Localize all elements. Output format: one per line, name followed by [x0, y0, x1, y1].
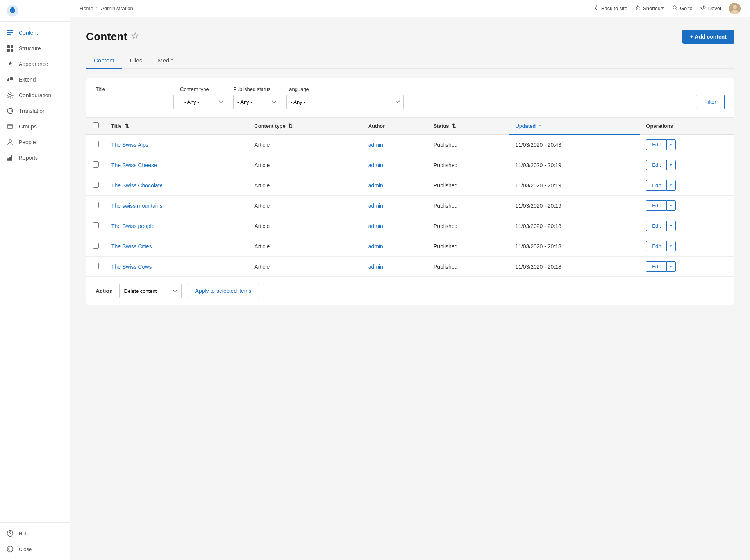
add-content-button[interactable]: + Add content: [682, 30, 734, 44]
row-edit-dropdown-3[interactable]: ▾: [666, 180, 676, 191]
author-column-header[interactable]: Author: [362, 118, 427, 135]
sidebar-item-structure[interactable]: Structure: [0, 41, 70, 56]
sidebar-item-content[interactable]: Content: [0, 25, 70, 41]
sidebar-item-help[interactable]: Help: [0, 526, 70, 541]
goto-action[interactable]: Go to: [672, 5, 693, 12]
tab-media[interactable]: Media: [150, 53, 182, 69]
row-edit-dropdown-4[interactable]: ▾: [666, 200, 676, 211]
filters: Title Content type - Any - Article Basic…: [86, 78, 734, 118]
row-checkbox-6[interactable]: [93, 243, 99, 249]
title-filter-input[interactable]: [96, 95, 174, 109]
row-title-link-4[interactable]: The swiss mountains: [111, 203, 162, 209]
row-title-link-7[interactable]: The Swiss Cows: [111, 264, 152, 270]
filter-group-content-type: Content type - Any - Article Basic page: [180, 86, 227, 109]
sidebar-item-label-groups: Groups: [19, 123, 37, 130]
row-author-link-7[interactable]: admin: [368, 264, 383, 270]
row-edit-button-3[interactable]: Edit: [646, 180, 666, 191]
title-column-header[interactable]: Title ⇅: [105, 118, 248, 135]
tabs: Content Files Media: [86, 53, 734, 69]
row-title-link-5[interactable]: The Swiss people: [111, 223, 155, 229]
configuration-icon: [6, 91, 14, 99]
row-edit-button-5[interactable]: Edit: [646, 221, 666, 231]
row-checkbox-cell-1: [86, 135, 105, 155]
row-title-link-1[interactable]: The Swiss Alps: [111, 142, 148, 148]
close-icon: [6, 545, 14, 553]
sidebar-item-extend[interactable]: Extend: [0, 72, 70, 87]
language-filter-select[interactable]: - Any - English French: [286, 95, 404, 109]
sidebar-item-label-close: Close: [19, 546, 32, 552]
action-bar: Action Delete content Publish content Un…: [86, 277, 734, 305]
row-status-4: Published: [427, 196, 509, 216]
row-checkbox-2[interactable]: [93, 161, 99, 168]
row-title-link-2[interactable]: The Swiss Cheese: [111, 162, 157, 168]
row-checkbox-5[interactable]: [93, 222, 99, 228]
shortcuts-action[interactable]: Shortcuts: [635, 5, 664, 12]
row-checkbox-1[interactable]: [93, 141, 99, 147]
row-edit-dropdown-7[interactable]: ▾: [666, 261, 676, 272]
updated-column-header[interactable]: Updated ↑: [509, 118, 640, 135]
row-content-type-5: Article: [248, 216, 362, 236]
sidebar-item-appearance[interactable]: Appearance: [0, 56, 70, 72]
select-all-checkbox[interactable]: [93, 122, 99, 128]
row-checkbox-3[interactable]: [93, 182, 99, 188]
svg-rect-11: [10, 77, 13, 80]
status-sort-icon: ⇅: [452, 123, 456, 129]
status-column-header[interactable]: Status ⇅: [427, 118, 509, 135]
row-title-6: The Swiss Cities: [105, 236, 248, 257]
row-edit-dropdown-2[interactable]: ▾: [666, 160, 676, 170]
devel-action[interactable]: Devel: [700, 5, 721, 12]
sidebar-item-people[interactable]: People: [0, 134, 70, 150]
tab-content[interactable]: Content: [86, 53, 122, 69]
row-author-link-3[interactable]: admin: [368, 182, 383, 189]
action-select[interactable]: Delete content Publish content Unpublish…: [119, 284, 182, 298]
filter-button[interactable]: Filter: [696, 95, 725, 109]
row-checkbox-7[interactable]: [93, 263, 99, 269]
row-edit-button-1[interactable]: Edit: [646, 139, 666, 150]
row-updated-5: 11/03/2020 - 20:18: [509, 216, 640, 236]
row-checkbox-4[interactable]: [93, 202, 99, 208]
row-title-link-3[interactable]: The Swiss Chocolate: [111, 182, 163, 189]
title-filter-label: Title: [96, 86, 174, 92]
sidebar-nav: Content Structure Appearance Extend Conf…: [0, 22, 70, 522]
row-edit-dropdown-6[interactable]: ▾: [666, 241, 676, 251]
row-edit-button-2[interactable]: Edit: [646, 160, 666, 170]
tab-files-label: Files: [130, 57, 143, 64]
row-edit-button-4[interactable]: Edit: [646, 200, 666, 211]
reports-icon: [6, 154, 14, 162]
row-operations-3: Edit ▾: [640, 175, 734, 196]
row-title-link-6[interactable]: The Swiss Cities: [111, 243, 152, 250]
sidebar-item-close[interactable]: Close: [0, 541, 70, 557]
favorite-star-icon[interactable]: [131, 32, 139, 42]
row-edit-dropdown-1[interactable]: ▾: [666, 139, 676, 150]
sidebar-item-groups[interactable]: Groups: [0, 119, 70, 134]
row-author-link-5[interactable]: admin: [368, 223, 383, 229]
tab-files[interactable]: Files: [122, 53, 150, 69]
sidebar-item-translation[interactable]: Translation: [0, 103, 70, 119]
row-edit-button-6[interactable]: Edit: [646, 241, 666, 251]
content-type-filter-select[interactable]: - Any - Article Basic page: [180, 95, 227, 109]
sidebar-item-label-content: Content: [19, 30, 38, 36]
table-row: The Swiss Alps Article admin Published 1…: [86, 135, 734, 155]
row-author-link-6[interactable]: admin: [368, 243, 383, 250]
row-edit-dropdown-5[interactable]: ▾: [666, 221, 676, 231]
published-status-filter-select[interactable]: - Any - Published Unpublished: [233, 95, 280, 109]
devel-label: Devel: [708, 5, 721, 11]
row-author-link-1[interactable]: admin: [368, 142, 383, 148]
row-author-link-2[interactable]: admin: [368, 162, 383, 168]
sidebar-item-reports[interactable]: Reports: [0, 150, 70, 166]
apply-to-selected-button[interactable]: Apply to selected items: [188, 284, 259, 298]
sidebar-item-label-structure: Structure: [19, 45, 41, 52]
avatar[interactable]: [729, 3, 741, 14]
people-icon: [6, 138, 14, 146]
sidebar-item-configuration[interactable]: Configuration: [0, 87, 70, 103]
sidebar-logo: [0, 0, 70, 22]
row-author-4: admin: [362, 196, 427, 216]
content-type-column-header[interactable]: Content type ⇅: [248, 118, 362, 135]
content-area: Content + Add content Content Files Medi…: [70, 17, 750, 560]
row-edit-button-7[interactable]: Edit: [646, 261, 666, 272]
row-content-type-6: Article: [248, 236, 362, 257]
row-author-link-4[interactable]: admin: [368, 203, 383, 209]
breadcrumb-home[interactable]: Home: [80, 5, 93, 11]
back-to-site-action[interactable]: Back to site: [593, 5, 627, 12]
row-author-3: admin: [362, 175, 427, 196]
